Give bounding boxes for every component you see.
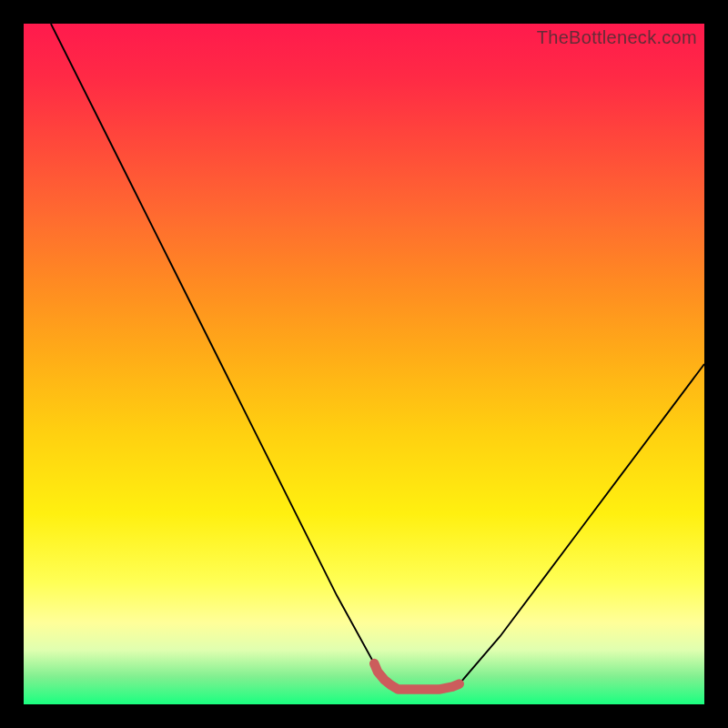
plot-area: TheBottleneck.com [24,24,704,704]
bottleneck-curve-path [51,24,704,690]
watermark-text: TheBottleneck.com [537,27,697,48]
bottleneck-highlight-path [374,663,460,689]
chart-svg [24,24,704,704]
